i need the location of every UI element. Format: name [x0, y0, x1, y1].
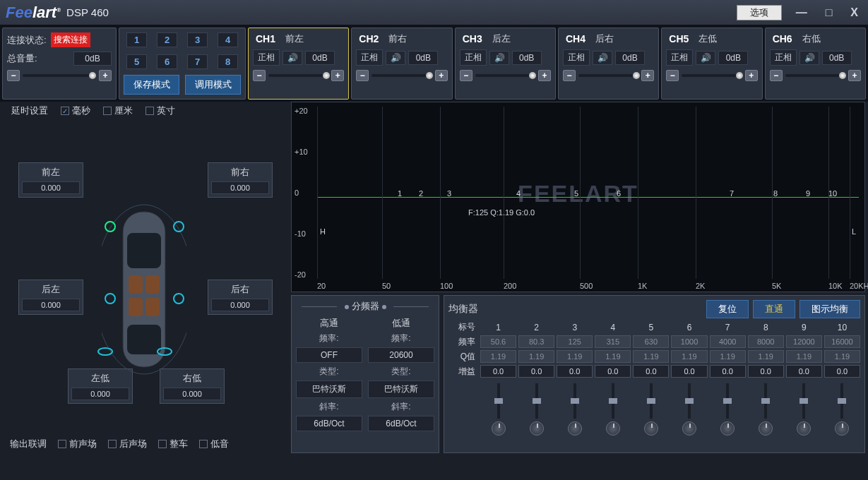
mute-icon[interactable]: 🔊: [489, 51, 509, 65]
channel-CH6[interactable]: CH6右低正相🔊0dB−+: [765, 28, 866, 100]
search-connection-button[interactable]: 搜索连接: [51, 32, 90, 47]
lp-type[interactable]: 巴特沃斯: [368, 380, 434, 398]
eq-q-knob-6[interactable]: [682, 421, 696, 436]
ch-minus[interactable]: −: [563, 70, 576, 81]
eq-q-knob-8[interactable]: [759, 421, 773, 436]
eq-gain-1[interactable]: 0.0: [480, 365, 516, 378]
eq-q-10[interactable]: 1.19: [824, 350, 860, 363]
phase-button[interactable]: 正相: [770, 49, 797, 66]
eq-point-6[interactable]: 6: [617, 189, 621, 198]
eq-bypass-button[interactable]: 直通: [753, 300, 795, 318]
eq-point-7[interactable]: 7: [730, 189, 734, 198]
eq-point-3[interactable]: 3: [447, 189, 451, 198]
mute-icon[interactable]: 🔊: [386, 51, 405, 65]
ch-slider[interactable]: [268, 74, 328, 77]
eq-point-1[interactable]: 1: [398, 189, 402, 198]
ch-slider[interactable]: [682, 74, 742, 77]
speaker-fr[interactable]: 前右0.000: [208, 162, 273, 198]
eq-gain-2[interactable]: 0.0: [518, 365, 554, 378]
eq-point-8[interactable]: 8: [773, 189, 778, 198]
phase-button[interactable]: 正相: [563, 49, 590, 66]
eq-point-4[interactable]: 4: [516, 189, 521, 198]
eq-q-knob-4[interactable]: [606, 421, 620, 436]
mute-icon[interactable]: 🔊: [283, 51, 302, 65]
response-graph[interactable]: FEELART -20-100+10+2020501002005001K2K5K…: [291, 102, 865, 292]
preset-2[interactable]: 2: [157, 32, 177, 47]
eq-point-2[interactable]: 2: [419, 189, 423, 198]
eq-point-10[interactable]: 10: [828, 189, 837, 198]
ch-minus[interactable]: −: [770, 70, 783, 81]
eq-q-knob-3[interactable]: [568, 421, 582, 436]
hp-slope[interactable]: 6dB/Oct: [296, 416, 362, 431]
eq-gain-3[interactable]: 0.0: [557, 365, 593, 378]
eq-q-7[interactable]: 1.19: [710, 350, 746, 363]
preset-3[interactable]: 3: [187, 32, 208, 47]
ch-plus[interactable]: +: [745, 70, 758, 81]
eq-freq-8[interactable]: 8000: [748, 335, 784, 348]
eq-freq-7[interactable]: 4000: [710, 335, 746, 348]
eq-point-9[interactable]: 9: [806, 189, 810, 198]
eq-q-4[interactable]: 1.19: [595, 350, 631, 363]
ch-plus[interactable]: +: [435, 70, 448, 81]
eq-q-9[interactable]: 1.19: [786, 350, 822, 363]
preset-8[interactable]: 8: [218, 54, 238, 69]
channel-CH3[interactable]: CH3后左正相🔊0dB−+: [455, 28, 556, 100]
hp-type[interactable]: 巴特沃斯: [296, 380, 362, 398]
phase-button[interactable]: 正相: [666, 49, 693, 66]
ch-minus[interactable]: −: [460, 70, 472, 81]
ch-slider[interactable]: [578, 74, 638, 77]
eq-freq-2[interactable]: 80.3: [518, 335, 554, 348]
eq-gain-10[interactable]: 0.0: [824, 365, 860, 378]
maximize-icon[interactable]: □: [821, 6, 837, 19]
eq-freq-1[interactable]: 50.6: [480, 335, 516, 348]
eq-gain-slider-7[interactable]: [726, 383, 729, 419]
link-rear[interactable]: 后声场: [108, 438, 147, 450]
eq-gain-6[interactable]: 0.0: [671, 365, 707, 378]
ch-slider[interactable]: [475, 74, 535, 77]
eq-q-knob-10[interactable]: [835, 421, 849, 436]
mute-icon[interactable]: 🔊: [593, 51, 612, 65]
options-button[interactable]: 选项: [737, 5, 782, 20]
ch-plus[interactable]: +: [848, 70, 861, 81]
unit-ms[interactable]: 毫秒: [61, 104, 90, 117]
ch-plus[interactable]: +: [641, 70, 654, 81]
ch-plus[interactable]: +: [538, 70, 551, 81]
eq-gain-slider-9[interactable]: [802, 383, 805, 419]
eq-gain-slider-2[interactable]: [535, 383, 538, 419]
eq-q-1[interactable]: 1.19: [480, 350, 516, 363]
eq-gain-4[interactable]: 0.0: [595, 365, 631, 378]
mute-icon[interactable]: 🔊: [696, 51, 715, 65]
master-vol-slider[interactable]: [23, 74, 96, 77]
speaker-fl[interactable]: 前左0.000: [18, 162, 83, 198]
unit-cm[interactable]: 厘米: [103, 104, 133, 117]
eq-gain-slider-1[interactable]: [497, 383, 500, 419]
eq-freq-3[interactable]: 125: [557, 335, 593, 348]
phase-button[interactable]: 正相: [460, 49, 487, 66]
channel-CH5[interactable]: CH5左低正相🔊0dB−+: [661, 28, 762, 100]
eq-q-knob-5[interactable]: [644, 421, 658, 436]
eq-gain-slider-4[interactable]: [612, 383, 614, 419]
mute-icon[interactable]: 🔊: [799, 51, 819, 65]
eq-gain-slider-5[interactable]: [650, 383, 653, 419]
link-front[interactable]: 前声场: [58, 438, 97, 450]
master-vol-plus[interactable]: +: [99, 70, 112, 81]
save-mode-button[interactable]: 保存模式: [124, 75, 179, 95]
eq-gain-slider-10[interactable]: [840, 383, 843, 419]
speaker-rr[interactable]: 后右0.000: [208, 280, 273, 315]
master-vol-minus[interactable]: −: [7, 70, 20, 81]
eq-freq-10[interactable]: 16000: [824, 335, 860, 348]
eq-point-5[interactable]: 5: [574, 189, 578, 198]
eq-freq-6[interactable]: 1000: [671, 335, 707, 348]
channel-CH1[interactable]: CH1前左正相🔊0dB−+: [248, 28, 349, 100]
eq-q-8[interactable]: 1.19: [748, 350, 784, 363]
speaker-rl[interactable]: 后左0.000: [18, 280, 83, 315]
preset-7[interactable]: 7: [187, 54, 208, 69]
eq-gain-9[interactable]: 0.0: [786, 365, 822, 378]
eq-q-knob-1[interactable]: [492, 421, 506, 436]
eq-freq-9[interactable]: 12000: [786, 335, 822, 348]
ch-minus[interactable]: −: [253, 70, 266, 81]
eq-gain-slider-3[interactable]: [573, 383, 576, 419]
preset-4[interactable]: 4: [218, 32, 238, 47]
ch-slider[interactable]: [371, 74, 432, 77]
lp-slope[interactable]: 6dB/Oct: [368, 416, 434, 431]
